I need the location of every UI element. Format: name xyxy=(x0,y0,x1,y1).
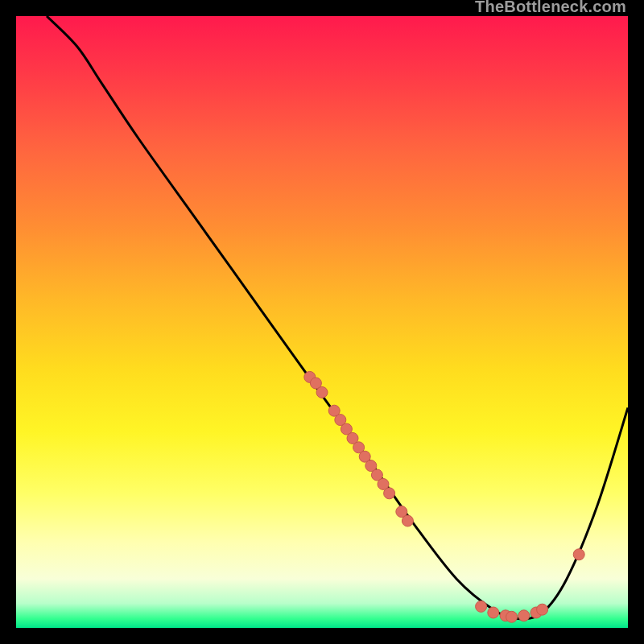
chart-data-point xyxy=(518,610,530,621)
chart-data-point xyxy=(573,549,584,560)
chart-data-point xyxy=(476,601,487,612)
chart-data-point xyxy=(316,386,328,398)
chart-dots-group xyxy=(304,371,584,622)
chart-data-point xyxy=(402,515,413,526)
chart-data-point xyxy=(384,488,395,499)
chart-curve xyxy=(47,16,628,619)
watermark-text: TheBottleneck.com xyxy=(475,0,626,16)
chart-frame: TheBottleneck.com xyxy=(16,16,628,628)
chart-data-point xyxy=(488,607,499,618)
chart-svg xyxy=(16,16,628,628)
chart-data-point xyxy=(537,604,548,615)
chart-data-point xyxy=(506,611,518,622)
chart-plot-area xyxy=(16,16,628,628)
